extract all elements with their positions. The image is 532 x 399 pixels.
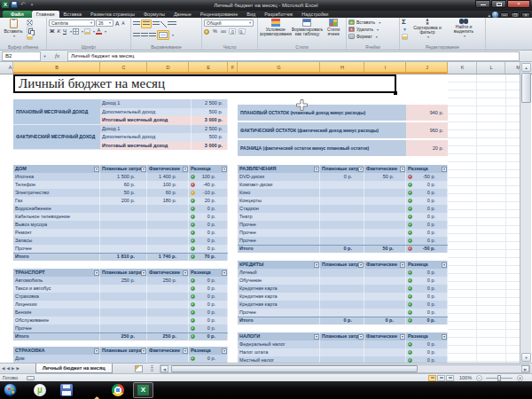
filter-dropdown-icon[interactable]: ▼ [141,270,146,276]
wrap-text-icon[interactable] [168,21,176,27]
filter-dropdown-icon[interactable]: ▼ [400,262,405,268]
table-header-diff[interactable]: Разница▼ [189,347,228,355]
income-row-label[interactable]: Дополнительный доход [100,133,192,142]
underline-button[interactable]: Ч [62,28,67,35]
table-row-diff[interactable]: 20 р. [189,197,228,205]
orientation-icon[interactable] [160,21,167,27]
name-box[interactable]: B2 [2,51,41,61]
italic-button[interactable]: К [56,28,61,35]
table-row-diff[interactable]: 0 р. [189,221,228,229]
income-row-label[interactable]: Итоговый месячный доход [100,142,192,151]
help-icon[interactable]: ? [492,12,498,18]
find-select-button[interactable]: Найти и выделить▾ [447,19,481,40]
table-header-plan[interactable]: Плановые затрат▼ [320,261,364,269]
scroll-up-button[interactable]: ▲ [521,63,531,72]
table-row-fact[interactable]: 60 р. [147,189,189,197]
table-row-plan[interactable]: 1 810 р. [100,253,147,261]
cut-icon[interactable] [27,20,33,26]
filter-dropdown-icon[interactable]: ▼ [94,270,99,276]
table-header-diff[interactable]: Разница▼ [189,165,228,173]
column-header-I[interactable]: I [364,62,406,74]
zoom-slider-thumb[interactable] [497,375,501,381]
table-row-name[interactable]: Прочее [238,309,320,317]
summary-value[interactable]: 20 р. [406,140,448,156]
table-row-fact[interactable] [364,356,406,363]
table-row-plan[interactable] [100,301,147,309]
align-center-icon[interactable] [141,33,148,38]
filter-dropdown-icon[interactable]: ▼ [94,348,99,354]
table-row-name[interactable]: Кино [238,189,320,197]
ribbon-tab-5[interactable]: Рецензирование [196,11,242,18]
table-row-diff[interactable]: 0 р. [406,237,448,245]
workbook-minimize-button[interactable]: — [500,12,509,18]
page-layout-view-button[interactable] [437,375,445,381]
table-row-fact[interactable]: 50 р. [364,245,406,253]
filter-dropdown-icon[interactable]: ▼ [358,334,364,340]
undo-icon[interactable]: ↶ [20,1,27,8]
table-row-plan[interactable] [320,189,364,197]
table-row-plan[interactable] [100,325,147,332]
sort-filter-button[interactable]: АЯ Сортировка и фильтр▾ [411,19,444,40]
table-header-fact[interactable]: Фактические▼ [147,165,189,173]
table-row-diff[interactable]: 0 р. [189,301,228,309]
summary-value[interactable]: 940 р. [406,105,448,121]
table-row-name[interactable]: Кредитная карта [238,293,320,301]
table-row-plan[interactable]: 0 р. [320,245,364,253]
table-header-diff[interactable]: Разница▼ [406,165,448,173]
comma-style-icon[interactable]: 000 [221,29,226,34]
table-row-plan[interactable]: 50 р. [100,189,147,197]
table-row-diff[interactable]: 0 р. [189,355,228,363]
align-bottom-icon[interactable] [153,21,160,27]
table-row-fact[interactable]: 1 400 р. [147,173,189,181]
start-button[interactable] [4,383,17,396]
table-row-diff[interactable]: 0 р. [406,221,448,229]
table-row-diff[interactable]: 0 р. [406,181,448,189]
table-row-fact[interactable] [364,221,406,229]
table-row-diff[interactable]: 0 р. [189,237,228,245]
table-row-name[interactable]: Компакт-диски [238,181,320,189]
column-header-G[interactable]: G [238,62,320,74]
table-row-diff[interactable]: 0 р. [189,213,228,221]
income-row-value[interactable]: 2 500 р. [192,125,228,134]
table-row-plan[interactable]: 0 р. [320,317,364,325]
table-row-fact[interactable] [147,301,189,309]
column-header-E[interactable]: E [189,62,228,74]
table-row-fact[interactable] [364,285,406,293]
table-row-fact[interactable] [147,309,189,317]
table-row-diff[interactable]: 0 р. [406,309,448,317]
table-row-fact[interactable]: 250 р. [147,277,189,285]
table-row-diff[interactable]: 0 р. [406,301,448,309]
align-right-icon[interactable] [149,33,156,38]
filter-dropdown-icon[interactable]: ▼ [442,167,447,172]
summary-label[interactable]: ПЛАНОВЫЙ ОСТАТОК (плановый доход минус р… [238,105,406,121]
table-header-entertainment[interactable]: РАЗВЛЕЧЕНИЯ▼ [238,165,320,173]
tab-split-handle[interactable] [151,365,153,372]
income-row-value[interactable]: 500 р. [192,108,228,117]
paste-button[interactable]: Вставить▾ [2,19,25,40]
filter-dropdown-icon[interactable]: ▼ [183,270,188,276]
selection-fill-handle[interactable] [394,91,397,95]
table-header-dom[interactable]: ДОМ▼ [13,165,100,173]
table-row-plan[interactable] [320,221,364,229]
table-header-fact[interactable]: Фактические▼ [364,261,406,269]
qat-dropdown-icon[interactable]: ▾ [28,1,35,8]
table-row-fact[interactable]: 1 740 р. [147,253,189,261]
table-header-diff[interactable]: Разница▼ [189,269,228,277]
table-row-plan[interactable] [320,356,364,363]
fill-color-icon[interactable] [84,28,90,35]
table-header-plan[interactable]: Плановые затрат▼ [320,165,364,173]
minimize-button[interactable] [475,0,490,8]
table-row-plan[interactable] [320,285,364,293]
table-row-name[interactable]: Ремонт [13,229,100,237]
table-row-name[interactable]: Прочее [13,325,100,332]
table-row-diff[interactable]: -40 р. [189,181,228,189]
vertical-scroll-thumb[interactable] [521,73,531,103]
table-row-plan[interactable]: 250 р. [100,277,147,285]
percent-icon[interactable]: % [212,28,218,35]
table-header-credits[interactable]: КРЕДИТЫ▼ [238,261,320,269]
chrome-icon[interactable] [112,384,124,396]
table-row-name[interactable]: Электричество [13,189,100,197]
income-row-label[interactable]: Итоговый месячный доход [100,116,192,125]
table-row-name[interactable]: DVD-диски [238,173,320,181]
table-row-plan[interactable] [320,340,364,348]
